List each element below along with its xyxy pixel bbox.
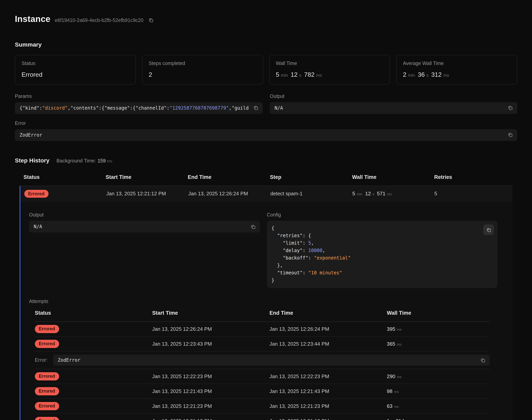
- status-badge: Errored: [35, 387, 59, 395]
- attempt-end-time: Jan 13, 2025 12:21:13 PM: [270, 418, 387, 420]
- wall-time-value: 5min12s782ms: [276, 71, 383, 79]
- output-value-box: N/A: [270, 102, 517, 114]
- page-title: Instance: [15, 13, 50, 25]
- attempt-start-time: Jan 13, 2025 12:21:43 PM: [152, 388, 269, 395]
- expanded-step-container: Errored Jan 13, 2025 12:21:12 PM Jan 13,…: [20, 186, 512, 420]
- output-value: N/A: [274, 105, 503, 111]
- attempt-row: Errored Jan 13, 2025 12:22:23 PM Jan 13,…: [35, 369, 490, 384]
- attempt-wall-time: 1s214ms: [387, 418, 490, 420]
- attempt-row: Errored Jan 13, 2025 12:26:24 PM Jan 13,…: [35, 322, 490, 337]
- average-wall-time-value: 2min36s312ms: [403, 71, 511, 79]
- attempt-row: Errored Jan 13, 2025 12:23:43 PM Jan 13,…: [35, 337, 490, 351]
- background-time: Background Time:159ms: [57, 158, 112, 164]
- params-value-box: {"kind":"discord","contents":{"message":…: [15, 102, 263, 114]
- steps-table: Status Start Time End Time Step Wall Tim…: [20, 174, 512, 420]
- error-label: Error: [15, 120, 517, 127]
- status-card-label: Status: [22, 60, 129, 67]
- status-badge: Errored: [35, 325, 59, 333]
- copy-icon: [480, 358, 486, 363]
- background-time-value: 159: [97, 158, 106, 164]
- average-wall-time-label: Average Wall Time: [403, 60, 511, 67]
- step-output-value: N/A: [34, 224, 246, 230]
- step-name: detect spam-1: [266, 190, 349, 197]
- attempt-error-box: ZodError: [53, 355, 490, 366]
- average-wall-time-card: Average Wall Time 2min36s312ms: [396, 55, 517, 85]
- output-field: Output N/A: [270, 93, 517, 114]
- attempt-start-time: Jan 13, 2025 12:23:43 PM: [152, 341, 269, 347]
- params-label: Params: [15, 93, 263, 100]
- wall-time-card: Wall Time 5min12s782ms: [269, 55, 390, 85]
- copy-attempt-error-button[interactable]: [480, 357, 486, 363]
- attempts-section: Attempts Status Start Time End Time Wall…: [29, 298, 498, 420]
- status-card: Status Errored: [15, 55, 136, 85]
- step-status-cell: Errored: [20, 190, 102, 198]
- attempt-wall-time: 63ms: [387, 403, 490, 410]
- step-output-field: Output N/A: [29, 212, 260, 233]
- step-row[interactable]: Errored Jan 13, 2025 12:21:12 PM Jan 13,…: [20, 186, 512, 202]
- attempts-column-end-time: End Time: [270, 310, 387, 317]
- copy-error-button[interactable]: [507, 132, 514, 138]
- attempt-wall-time: 290ms: [387, 373, 490, 380]
- instance-page: Instance e6f19410-2a69-4ecb-b2fb-52efb91…: [0, 0, 532, 420]
- status-card-value: Errored: [22, 71, 129, 79]
- error-value: ZodError: [20, 132, 503, 138]
- copy-params-button[interactable]: [253, 105, 259, 111]
- copy-instance-id-button[interactable]: [148, 17, 154, 24]
- copy-output-button[interactable]: [507, 105, 514, 111]
- attempt-end-time: Jan 13, 2025 12:21:43 PM: [270, 388, 387, 395]
- step-start-time: Jan 13, 2025 12:21:12 PM: [102, 190, 184, 197]
- step-output-box: N/A: [29, 221, 260, 233]
- attempt-start-time: Jan 13, 2025 12:21:23 PM: [152, 403, 269, 410]
- step-config-field: Config { "retries": { "limit": 5, "delay…: [267, 212, 498, 288]
- attempt-start-time: Jan 13, 2025 12:22:23 PM: [152, 373, 269, 380]
- summary-heading: Summary: [15, 41, 517, 48]
- params-output-row: Params {"kind":"discord","contents":{"me…: [15, 93, 517, 114]
- step-wall-time: 5min12s571ms: [349, 190, 430, 197]
- attempts-column-start-time: Start Time: [152, 310, 269, 317]
- column-retries: Retries: [430, 174, 512, 181]
- step-history-section: Step History Background Time:159ms Statu…: [15, 156, 517, 420]
- status-badge: Errored: [35, 340, 59, 348]
- attempt-row: Errored Jan 13, 2025 12:21:23 PM Jan 13,…: [35, 399, 490, 414]
- status-badge: Errored: [35, 402, 59, 410]
- background-time-unit: ms: [107, 158, 112, 163]
- params-field: Params {"kind":"discord","contents":{"me…: [15, 93, 263, 114]
- step-output-label: Output: [29, 212, 260, 218]
- column-status: Status: [20, 174, 102, 181]
- status-badge: Errored: [24, 190, 48, 198]
- attempt-wall-time: 395ms: [387, 326, 490, 332]
- attempt-wall-time: 365ms: [387, 341, 490, 347]
- summary-cards: Status Errored Steps completed 2 Wall Ti…: [15, 55, 517, 85]
- attempt-start-time: Jan 13, 2025 12:26:24 PM: [152, 326, 269, 332]
- copy-config-button[interactable]: [484, 225, 494, 235]
- copy-icon: [508, 105, 513, 111]
- steps-completed-value: 2: [149, 71, 257, 79]
- steps-completed-card: Steps completed 2: [142, 55, 263, 85]
- attempt-start-time: Jan 13, 2025 12:21:12 PM: [152, 418, 269, 420]
- attempt-wall-time: 98ms: [387, 388, 490, 395]
- attempts-column-status: Status: [35, 310, 152, 317]
- copy-step-output-button[interactable]: [250, 223, 256, 230]
- column-step: Step: [266, 174, 348, 181]
- attempt-end-time: Jan 13, 2025 12:22:23 PM: [270, 373, 387, 380]
- copy-icon: [250, 224, 256, 229]
- output-config-grid: Output N/A Config { "retries": { "limit"…: [29, 212, 498, 288]
- page-header: Instance e6f19410-2a69-4ecb-b2fb-52efb91…: [15, 13, 517, 25]
- column-start-time: Start Time: [102, 174, 184, 181]
- summary-section: Summary Status Errored Steps completed 2…: [15, 41, 517, 141]
- attempt-end-time: Jan 13, 2025 12:23:44 PM: [270, 341, 387, 347]
- attempt-error-label: Error:: [35, 357, 47, 364]
- copy-icon: [486, 227, 491, 232]
- background-time-label: Background Time:: [57, 158, 96, 164]
- attempt-row: Errored Jan 13, 2025 12:21:12 PM Jan 13,…: [35, 414, 490, 420]
- params-value: {"kind":"discord","contents":{"message":…: [20, 105, 249, 111]
- steps-completed-label: Steps completed: [149, 60, 257, 67]
- step-history-header: Step History Background Time:159ms: [15, 156, 517, 165]
- viewport-scaler: Instance e6f19410-2a69-4ecb-b2fb-52efb91…: [0, 0, 532, 420]
- copy-icon: [253, 105, 258, 111]
- attempt-end-time: Jan 13, 2025 12:21:23 PM: [270, 403, 387, 410]
- attempt-error-row: Error: ZodError: [35, 351, 490, 369]
- status-badge: Errored: [35, 417, 59, 420]
- attempts-label: Attempts: [29, 298, 498, 305]
- instance-id: e6f19410-2a69-4ecb-b2fb-52efb91c9c20: [55, 17, 143, 24]
